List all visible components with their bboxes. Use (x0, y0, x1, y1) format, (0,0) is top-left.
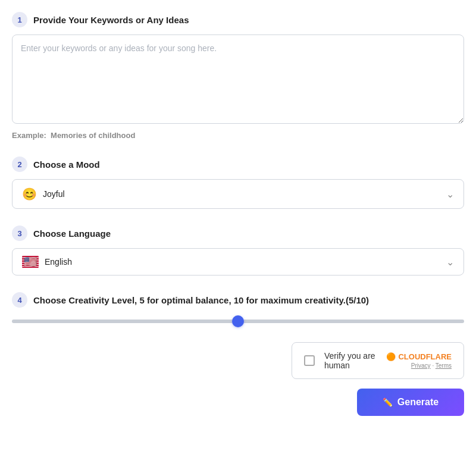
mood-chevron-icon: ⌄ (446, 189, 454, 200)
step-2-section: 2 Choose a Mood 😊 Joyful ⌄ (12, 156, 464, 209)
cloudflare-cloud-icon: 🟠 (386, 352, 396, 361)
step-1-title: Provide Your Keywords or Any Ideas (33, 15, 189, 25)
cloudflare-brand-text: CLOUDFLARE (398, 352, 452, 361)
mood-emoji: 😊 (22, 187, 37, 201)
cloudflare-logo-area: 🟠 CLOUDFLARE Privacy · Terms (386, 352, 452, 369)
step-1-number: 1 (12, 12, 27, 27)
step-3-title: Choose Language (33, 228, 111, 239)
step-2-number: 2 (12, 156, 27, 172)
mood-value: Joyful (43, 189, 65, 199)
language-select[interactable]: English ⌄ (12, 248, 464, 275)
step-3-label: 3 Choose Language (12, 226, 464, 241)
step-4-section: 4 Choose Creativity Level, 5 for optimal… (12, 292, 464, 325)
bottom-section: Verify you are human 🟠 CLOUDFLARE Privac… (12, 342, 464, 416)
step-4-label: 4 Choose Creativity Level, 5 for optimal… (12, 292, 464, 308)
step-1-section: 1 Provide Your Keywords or Any Ideas Exa… (12, 12, 464, 140)
language-select-left: English (22, 256, 72, 268)
creativity-slider-container (12, 315, 464, 325)
step-1-label: 1 Provide Your Keywords or Any Ideas (12, 12, 464, 27)
language-value: English (45, 257, 72, 267)
creativity-slider[interactable] (12, 320, 464, 323)
language-chevron-icon: ⌄ (446, 256, 454, 268)
verify-text: Verify you are human (324, 351, 377, 370)
mood-select-left: 😊 Joyful (22, 187, 65, 201)
cloudflare-links: Privacy · Terms (411, 362, 452, 369)
step-2-title: Choose a Mood (33, 159, 100, 170)
step-3-number: 3 (12, 226, 27, 241)
generate-button[interactable]: ✏️ Generate (357, 389, 464, 416)
separator: · (432, 362, 434, 369)
cloudflare-logo: 🟠 CLOUDFLARE (386, 352, 452, 361)
keywords-textarea[interactable] (12, 35, 464, 124)
step-2-label: 2 Choose a Mood (12, 156, 464, 172)
generate-button-label: Generate (397, 397, 439, 408)
mood-select[interactable]: 😊 Joyful ⌄ (12, 179, 464, 209)
generate-edit-icon: ✏️ (383, 397, 393, 407)
step-4-title: Choose Creativity Level, 5 for optimal b… (33, 295, 369, 305)
terms-link[interactable]: Terms (436, 362, 452, 369)
human-verify-checkbox[interactable] (304, 355, 315, 366)
example-label: Example: (12, 131, 46, 140)
cloudflare-widget: Verify you are human 🟠 CLOUDFLARE Privac… (292, 342, 464, 379)
example-text: Example: Memories of childhood (12, 131, 464, 140)
step-4-number: 4 (12, 292, 27, 308)
us-flag-icon (22, 256, 39, 268)
privacy-link[interactable]: Privacy (411, 362, 431, 369)
example-value: Memories of childhood (51, 131, 135, 140)
step-3-section: 3 Choose Language English ⌄ (12, 226, 464, 275)
